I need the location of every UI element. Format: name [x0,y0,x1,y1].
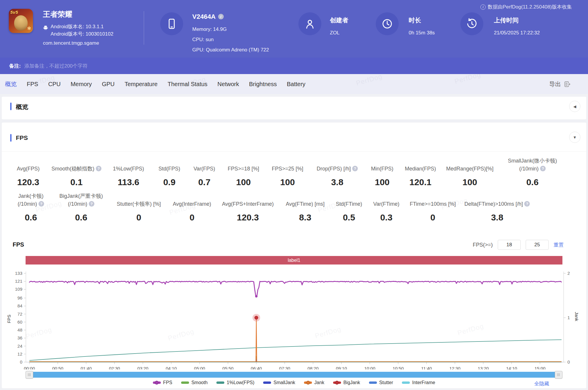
stat-value: 0.1 [70,177,83,187]
svg-text:12:30: 12:30 [449,366,460,369]
svg-text:03:20: 03:20 [137,366,148,369]
legend-item-stutter[interactable]: Stutter [369,380,393,385]
creator-value: ZOL [330,30,340,36]
app-package: com.tencent.tmgp.sgame [43,40,99,46]
device-model-text: V2464A [192,13,216,20]
export-button[interactable]: 导出 [549,74,571,94]
fps-section: FPS ▼ Avg(FPS)120.3Smooth(稳帧指数)?0.11%Low… [2,123,586,388]
report-header: 5v5 ✻ 王者荣耀 Android版本名: 10.3.1.1 Android版… [0,0,588,58]
tab-battery[interactable]: Battery [287,81,305,88]
legend-label: 1%Low(FPS) [227,380,254,385]
chart-scrollbar-left-handle[interactable]: ||| [26,371,33,379]
note-bar[interactable]: 备注: 添加备注，不超过200个字符 [0,58,588,74]
help-icon[interactable]: ? [39,201,44,207]
svg-text:10:50: 10:50 [392,366,404,369]
tab-cpu[interactable]: CPU [48,81,61,88]
fps-threshold-controls: FPS(>=) 重置 [473,240,564,250]
legend-item-interframe[interactable]: InterFrame [402,380,435,385]
svg-text:36: 36 [17,335,22,340]
stat-label: Jank(卡顿)(/10min)? [18,192,44,208]
chart-scrollbar[interactable] [26,372,562,378]
creator-label: 创建者 [330,16,348,24]
legend-item-smalljank[interactable]: SmallJank [263,380,295,385]
svg-text:72: 72 [17,312,22,317]
svg-text:08:20: 08:20 [308,366,319,369]
help-icon[interactable]: ? [96,166,101,171]
chart-scrollbar-right-handle[interactable]: ||| [555,371,562,379]
svg-text:15:00: 15:00 [534,366,546,369]
svg-text:00:00: 00:00 [24,366,35,369]
fps-collapse-button[interactable]: ▼ [569,132,580,143]
stat-label: FPS>=18 [%] [228,156,259,173]
reset-link[interactable]: 重置 [554,242,564,248]
tab-概览[interactable]: 概览 [5,80,17,88]
tab-gpu[interactable]: GPU [102,81,114,88]
stat-label: Avg(FTime) [ms] [286,192,325,208]
legend-label: FPS [163,380,172,385]
stat-label: MedRange(FPS)[%] [446,156,493,173]
export-icon [564,81,571,88]
legend-marker [216,381,224,384]
legend-item-fps[interactable]: FPS [153,380,172,385]
stat-value: 0.6 [25,212,37,222]
help-icon[interactable]: ? [352,166,358,171]
stat-cell: Delta(FTime)>100ms [/h]?3.8 [460,192,534,222]
stat-cell: FPS>=25 [%]100 [265,156,310,187]
stat-value: 0 [136,212,141,222]
app-icon: 5v5 ✻ [9,9,33,33]
legend-item-smooth[interactable]: Smooth [181,380,208,385]
help-icon[interactable]: ? [540,166,546,171]
tab-fps[interactable]: FPS [27,81,38,88]
stat-cell: Std(FPS)0.9 [152,156,187,187]
stat-label: Std(FTime) [336,192,362,208]
fps-threshold-low-input[interactable] [498,240,521,250]
app-icon-star: ✻ [27,26,31,31]
device-info-icon[interactable]: i [218,14,224,19]
help-icon[interactable]: ? [524,201,530,207]
stat-label: Var(FTime) [373,192,400,208]
app-icon-art [14,15,28,31]
stat-cell: 1%Low(FPS)113.6 [105,156,152,187]
svg-text:05:50: 05:50 [223,366,234,369]
svg-text:FPS: FPS [6,314,11,323]
device-icon [160,12,183,35]
svg-text:13:20: 13:20 [478,366,489,369]
legend-marker [369,381,377,384]
legend-item-1-low-fps-[interactable]: 1%Low(FPS) [216,380,254,385]
legend-label: BigJank [343,380,360,385]
stat-cell: Smooth(稳帧指数)?0.1 [48,156,105,187]
svg-text:04:10: 04:10 [166,366,177,369]
stat-value: 120.1 [409,177,431,187]
stat-value: 120.3 [17,177,39,187]
stat-label: Std(FPS) [158,156,180,173]
fps-title: FPS [16,134,28,141]
export-label: 导出 [549,80,561,88]
app-name: 王者荣耀 [43,9,72,19]
stat-value: 3.8 [491,212,503,222]
svg-text:Jank: Jank [574,312,579,321]
stat-value: 0 [190,212,195,222]
stat-value: 113.6 [118,177,139,187]
tab-thermal-status[interactable]: Thermal Status [168,81,208,88]
stat-cell: MedRange(FPS)[%]100 [441,156,499,187]
device-memory: Memory: 14.9G [192,26,227,32]
note-placeholder[interactable]: 添加备注，不超过200个字符 [24,63,88,69]
stat-value: 0.5 [343,212,355,222]
overview-title-bar [10,103,11,110]
tab-network[interactable]: Network [218,81,239,88]
fps-chart[interactable]: 13312110996847260483624120210FPSJank00:0… [2,258,586,369]
fps-title-bar [10,134,11,142]
legend-item-bigjank[interactable]: BigJank [333,380,360,385]
overview-collapse-button[interactable]: ◀ [569,101,580,112]
help-icon[interactable]: ? [89,201,94,207]
fps-threshold-high-input[interactable] [526,240,549,250]
svg-text:60: 60 [17,319,22,324]
legend-item-jank[interactable]: Jank [304,380,324,385]
tab-temperature[interactable]: Temperature [125,81,158,88]
tab-brightness[interactable]: Brightness [249,81,277,88]
tab-memory[interactable]: Memory [71,81,92,88]
stat-label: Avg(InterFrame) [173,192,211,208]
android-icon [43,25,48,30]
hide-all-link[interactable]: 全隐藏 [534,380,549,387]
svg-text:12: 12 [17,351,22,356]
